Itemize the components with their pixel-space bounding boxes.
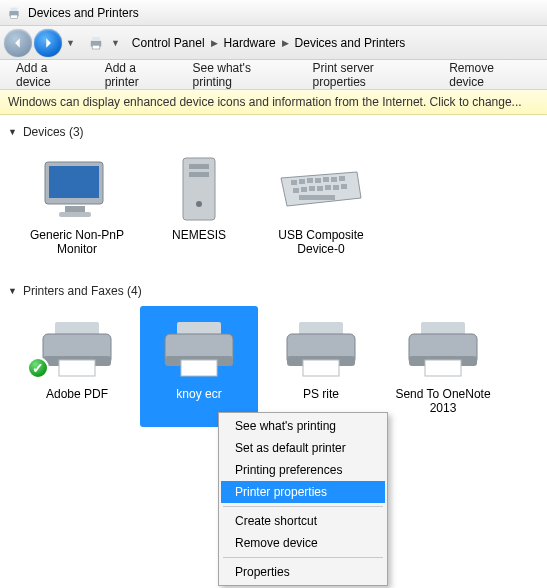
breadcrumb-control-panel[interactable]: Control Panel — [130, 34, 207, 52]
printer-icon — [6, 5, 22, 21]
printer-icon — [387, 313, 499, 383]
menu-remove-device[interactable]: Remove device — [221, 532, 385, 554]
collapse-icon: ▼ — [8, 286, 17, 296]
svg-rect-26 — [333, 185, 339, 190]
svg-rect-21 — [293, 188, 299, 193]
svg-rect-19 — [331, 177, 337, 182]
menu-printing-preferences[interactable]: Printing preferences — [221, 459, 385, 481]
svg-rect-17 — [315, 178, 321, 183]
computer-tower-icon — [143, 154, 255, 224]
svg-rect-22 — [301, 187, 307, 192]
svg-rect-25 — [325, 185, 331, 190]
printer-label: PS rite — [265, 387, 377, 401]
svg-rect-27 — [341, 184, 347, 189]
svg-rect-20 — [339, 176, 345, 181]
menu-see-whats-printing[interactable]: See what's printing — [221, 415, 385, 437]
chevron-right-icon[interactable]: ▶ — [211, 38, 218, 48]
navigation-bar: ▼ ▼ Control Panel ▶ Hardware ▶ Devices a… — [0, 26, 547, 60]
group-title: Printers and Faxes (4) — [23, 284, 142, 298]
device-item-monitor[interactable]: Generic Non-PnP Monitor — [18, 147, 136, 268]
svg-rect-23 — [309, 186, 315, 191]
context-menu: See what's printing Set as default print… — [218, 412, 388, 586]
svg-rect-4 — [92, 37, 100, 41]
add-device-button[interactable]: Add a device — [6, 57, 95, 93]
remove-device-button[interactable]: Remove device — [439, 57, 541, 93]
printer-icon — [87, 34, 105, 52]
command-bar: Add a device Add a printer See what's pr… — [0, 60, 547, 90]
svg-rect-40 — [303, 360, 339, 376]
menu-separator — [223, 557, 383, 558]
breadcrumb-devices-printers[interactable]: Devices and Printers — [293, 34, 408, 52]
device-item-tower[interactable]: NEMESIS — [140, 147, 258, 268]
svg-rect-28 — [299, 195, 335, 200]
menu-properties[interactable]: Properties — [221, 561, 385, 583]
chevron-down-icon[interactable]: ▼ — [111, 38, 120, 48]
see-printing-button[interactable]: See what's printing — [183, 57, 303, 93]
print-server-properties-button[interactable]: Print server properties — [302, 57, 439, 93]
svg-rect-8 — [65, 206, 85, 212]
group-header-printers[interactable]: ▼ Printers and Faxes (4) — [6, 280, 541, 302]
device-item-keyboard[interactable]: USB Composite Device-0 — [262, 147, 380, 268]
svg-rect-16 — [307, 178, 313, 183]
window-titlebar: Devices and Printers — [0, 0, 547, 26]
window-title: Devices and Printers — [28, 6, 139, 20]
add-printer-button[interactable]: Add a printer — [95, 57, 183, 93]
svg-rect-12 — [189, 172, 209, 177]
device-label: Generic Non-PnP Monitor — [21, 228, 133, 257]
printer-label: Send To OneNote 2013 — [387, 387, 499, 416]
device-label: USB Composite Device-0 — [265, 228, 377, 257]
svg-rect-14 — [291, 180, 297, 185]
monitor-icon — [21, 154, 133, 224]
group-header-devices[interactable]: ▼ Devices (3) — [6, 121, 541, 143]
printer-item-adobe-pdf[interactable]: ✓ Adobe PDF — [18, 306, 136, 427]
breadcrumb-hardware[interactable]: Hardware — [222, 34, 278, 52]
chevron-right-icon[interactable]: ▶ — [282, 38, 289, 48]
collapse-icon: ▼ — [8, 127, 17, 137]
printer-label: knoy ecr — [143, 387, 255, 401]
device-label: NEMESIS — [143, 228, 255, 242]
printer-item-ps[interactable]: PS rite — [262, 306, 380, 427]
svg-rect-5 — [92, 45, 100, 49]
svg-rect-36 — [181, 360, 217, 376]
printer-icon: ✓ — [21, 313, 133, 383]
group-title: Devices (3) — [23, 125, 84, 139]
svg-rect-9 — [59, 212, 91, 217]
svg-rect-18 — [323, 177, 329, 182]
svg-rect-1 — [11, 7, 18, 10]
svg-rect-44 — [425, 360, 461, 376]
printer-label: Adobe PDF — [21, 387, 133, 401]
printer-icon — [265, 313, 377, 383]
back-button[interactable] — [4, 29, 32, 57]
printer-icon — [143, 313, 255, 383]
menu-set-default[interactable]: Set as default printer — [221, 437, 385, 459]
svg-rect-15 — [299, 179, 305, 184]
svg-rect-7 — [49, 166, 99, 198]
svg-point-13 — [196, 201, 202, 207]
breadcrumb: Control Panel ▶ Hardware ▶ Devices and P… — [126, 34, 411, 52]
menu-create-shortcut[interactable]: Create shortcut — [221, 510, 385, 532]
nav-history-dropdown-icon[interactable]: ▼ — [66, 38, 75, 48]
info-bar[interactable]: Windows can display enhanced device icon… — [0, 90, 547, 115]
svg-rect-24 — [317, 186, 323, 191]
svg-rect-2 — [11, 15, 18, 18]
printer-item-selected[interactable]: knoy ecr — [140, 306, 258, 427]
printer-item-onenote[interactable]: Send To OneNote 2013 — [384, 306, 502, 427]
forward-button[interactable] — [34, 29, 62, 57]
menu-separator — [223, 506, 383, 507]
keyboard-icon — [265, 154, 377, 224]
svg-rect-32 — [59, 360, 95, 376]
menu-printer-properties[interactable]: Printer properties — [221, 481, 385, 503]
svg-rect-11 — [189, 164, 209, 169]
devices-grid: Generic Non-PnP Monitor NEMESIS — [6, 143, 541, 280]
content-area: ▼ Devices (3) Generic Non-PnP Monitor — [0, 115, 547, 459]
default-badge-icon: ✓ — [27, 357, 49, 379]
